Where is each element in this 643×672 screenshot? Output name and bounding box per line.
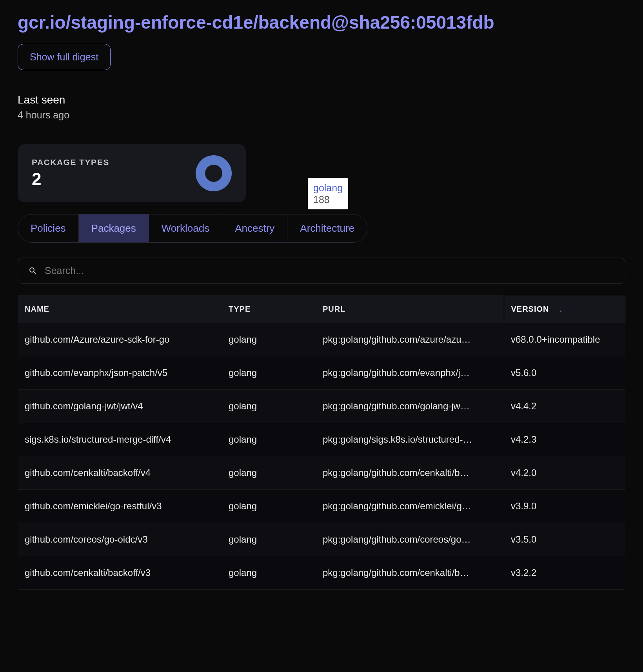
cell-version: v3.5.0 xyxy=(504,523,625,556)
cell-name: github.com/cenkalti/backoff/v4 xyxy=(18,456,222,490)
cell-name: github.com/cenkalti/backoff/v3 xyxy=(18,556,222,590)
tooltip-name: golang xyxy=(313,182,343,194)
tab-architecture[interactable]: Architecture xyxy=(287,214,367,242)
col-header-purl[interactable]: PURL xyxy=(316,295,504,323)
cell-purl: pkg:golang/github.com/emicklei/g… xyxy=(316,490,504,523)
last-seen-block: Last seen 4 hours ago xyxy=(18,94,625,121)
table-row[interactable]: sigs.k8s.io/structured-merge-diff/v4gola… xyxy=(18,423,625,456)
col-header-name[interactable]: NAME xyxy=(18,295,222,323)
tab-workloads[interactable]: Workloads xyxy=(149,214,222,242)
tab-ancestry[interactable]: Ancestry xyxy=(222,214,287,242)
cell-purl: pkg:golang/sigs.k8s.io/structured-… xyxy=(316,423,504,456)
search-bar[interactable] xyxy=(18,258,625,284)
last-seen-value: 4 hours ago xyxy=(18,109,625,121)
table-row[interactable]: github.com/coreos/go-oidc/v3golangpkg:go… xyxy=(18,523,625,556)
cell-type: golang xyxy=(222,490,316,523)
cell-version: v4.2.0 xyxy=(504,456,625,490)
package-types-label: PACKAGE TYPES xyxy=(32,158,109,167)
cell-purl: pkg:golang/github.com/azure/azu… xyxy=(316,323,504,356)
table-header-row: NAME TYPE PURL VERSION ↓ xyxy=(18,295,625,323)
table-row[interactable]: github.com/cenkalti/backoff/v4golangpkg:… xyxy=(18,456,625,490)
col-header-version-label: VERSION xyxy=(511,305,549,313)
table-row[interactable]: github.com/golang-jwt/jwt/v4golangpkg:go… xyxy=(18,390,625,423)
sort-desc-icon: ↓ xyxy=(559,304,563,314)
cell-name: github.com/emicklei/go-restful/v3 xyxy=(18,490,222,523)
packages-table: NAME TYPE PURL VERSION ↓ github.com/Azur… xyxy=(18,295,625,590)
last-seen-label: Last seen xyxy=(18,94,625,106)
cell-purl: pkg:golang/github.com/cenkalti/b… xyxy=(316,456,504,490)
cell-purl: pkg:golang/github.com/cenkalti/b… xyxy=(316,556,504,590)
search-icon xyxy=(28,266,38,276)
package-types-card: PACKAGE TYPES 2 xyxy=(18,144,246,202)
chart-tooltip: golang 188 xyxy=(308,178,348,209)
cell-version: v4.2.3 xyxy=(504,423,625,456)
cell-name: github.com/evanphx/json-patch/v5 xyxy=(18,356,222,390)
cell-type: golang xyxy=(222,323,316,356)
cell-version: v3.2.2 xyxy=(504,556,625,590)
show-full-digest-button[interactable]: Show full digest xyxy=(18,44,111,70)
cell-type: golang xyxy=(222,456,316,490)
package-types-count: 2 xyxy=(32,169,109,189)
tooltip-value: 188 xyxy=(313,194,343,205)
col-header-type[interactable]: TYPE xyxy=(222,295,316,323)
cell-name: github.com/Azure/azure-sdk-for-go xyxy=(18,323,222,356)
cell-version: v3.9.0 xyxy=(504,490,625,523)
cell-version: v5.6.0 xyxy=(504,356,625,390)
cell-name: github.com/coreos/go-oidc/v3 xyxy=(18,523,222,556)
cell-name: github.com/golang-jwt/jwt/v4 xyxy=(18,390,222,423)
cell-type: golang xyxy=(222,556,316,590)
cell-version: v4.4.2 xyxy=(504,390,625,423)
donut-chart-icon[interactable] xyxy=(196,155,232,191)
cell-version: v68.0.0+incompatible xyxy=(504,323,625,356)
table-row[interactable]: github.com/evanphx/json-patch/v5golangpk… xyxy=(18,356,625,390)
cell-purl: pkg:golang/github.com/evanphx/j… xyxy=(316,356,504,390)
table-row[interactable]: github.com/Azure/azure-sdk-for-gogolangp… xyxy=(18,323,625,356)
table-row[interactable]: github.com/cenkalti/backoff/v3golangpkg:… xyxy=(18,556,625,590)
search-input[interactable] xyxy=(45,265,615,276)
cell-type: golang xyxy=(222,356,316,390)
tab-policies[interactable]: Policies xyxy=(18,214,79,242)
col-header-version[interactable]: VERSION ↓ xyxy=(504,295,625,323)
tabs: PoliciesPackagesWorkloadsAncestryArchite… xyxy=(18,214,367,243)
cell-type: golang xyxy=(222,523,316,556)
cell-name: sigs.k8s.io/structured-merge-diff/v4 xyxy=(18,423,222,456)
cell-type: golang xyxy=(222,423,316,456)
cell-type: golang xyxy=(222,390,316,423)
cell-purl: pkg:golang/github.com/coreos/go… xyxy=(316,523,504,556)
cell-purl: pkg:golang/github.com/golang-jw… xyxy=(316,390,504,423)
table-row[interactable]: github.com/emicklei/go-restful/v3golangp… xyxy=(18,490,625,523)
tab-packages[interactable]: Packages xyxy=(79,214,149,242)
page-title[interactable]: gcr.io/staging-enforce-cd1e/backend@sha2… xyxy=(18,12,625,33)
